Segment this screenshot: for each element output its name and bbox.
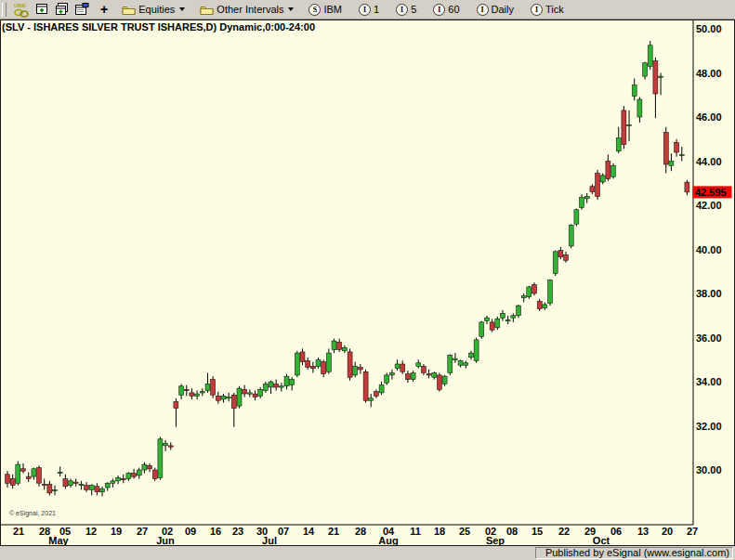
interval-tick-label: Tick (545, 4, 564, 15)
candle-body (427, 374, 431, 375)
new-chart-icon (35, 3, 49, 16)
date-tick-label: 14 (303, 526, 315, 537)
price-tick-label: 46.00 (696, 111, 722, 123)
equities-menu-button[interactable]: Equities (118, 1, 189, 19)
price-tick-label: 32.00 (696, 421, 722, 432)
candle-body (679, 154, 684, 155)
new-chart-button[interactable] (33, 1, 52, 19)
equities-menu-label: Equities (138, 4, 175, 15)
candle-body (442, 376, 447, 384)
price-tick-label: 36.00 (696, 332, 722, 344)
candle-body (152, 470, 157, 479)
candle-body (590, 187, 595, 192)
candle-body (190, 393, 194, 397)
candle-body (511, 316, 516, 318)
date-tick-label: 07 (278, 526, 289, 537)
candle-body (21, 469, 26, 471)
candle-body (37, 468, 42, 484)
price-tick-label: 50.00 (696, 23, 722, 34)
interval-daily-button[interactable]: I Daily (473, 1, 518, 19)
candle-body (448, 356, 453, 373)
candle-body (10, 479, 15, 486)
candle-body (505, 320, 510, 321)
date-tick-label: 20 (662, 526, 673, 537)
candle-body (316, 359, 321, 366)
chart-plot-area[interactable]: 50.0048.0046.0044.0042.0040.0038.0036.00… (0, 20, 735, 546)
circled-i-icon: I (359, 4, 371, 16)
date-tick-label: 12 (85, 526, 97, 537)
candle-body (184, 389, 189, 390)
candle-body (574, 210, 579, 224)
candle-body (374, 392, 378, 397)
month-tick-label: Jun (156, 535, 175, 546)
add-symbol-button[interactable]: + (98, 1, 111, 19)
date-tick-label: 18 (434, 526, 445, 537)
svg-text:UNK: UNK (14, 3, 27, 8)
candle-body (26, 476, 31, 478)
candle-body (543, 305, 547, 308)
chart-title: (SLV - ISHARES SILVER TRUST ISHARES,D) D… (2, 21, 315, 33)
candle-body (637, 99, 642, 117)
candle-body (421, 366, 426, 372)
month-tick-label: May (48, 535, 69, 546)
candle-body (569, 225, 573, 246)
candle-body (231, 395, 236, 408)
candle-body (358, 368, 362, 370)
chart-window: 50.0048.0046.0044.0042.0040.0038.0036.00… (0, 20, 735, 546)
candle-body (158, 439, 163, 478)
folder-icon (122, 4, 136, 15)
other-intervals-menu-label: Other Intervals (217, 4, 283, 15)
candle-body (537, 301, 542, 308)
unk-link-icon: UNK (13, 2, 30, 18)
candle-body (411, 373, 415, 380)
candle-body (121, 479, 125, 480)
duplicate-chart-icon (55, 3, 69, 16)
candle-body (622, 111, 626, 145)
unk-link-button[interactable]: UNK (10, 1, 33, 19)
candle-body (58, 472, 62, 473)
interval-5-button[interactable]: I 5 (392, 1, 420, 19)
candle-body (253, 394, 257, 397)
other-intervals-menu-button[interactable]: Other Intervals (196, 1, 297, 19)
candle-body (553, 252, 558, 274)
status-bar: Published by eSignal (www.esignal.com) (0, 546, 735, 560)
candle-body (600, 176, 605, 182)
candle-body (474, 340, 479, 361)
candle-body (269, 382, 273, 387)
price-tick-label: 38.00 (696, 288, 722, 299)
chart-background (0, 20, 735, 546)
candle-body (363, 371, 368, 400)
candle-body (353, 366, 358, 375)
toolbar: UNK (0, 0, 735, 20)
esignal-window: UNK (0, 0, 735, 560)
candle-body (221, 396, 226, 399)
candle-body (89, 486, 94, 490)
date-tick-label: 15 (532, 526, 543, 537)
candle-body (279, 386, 283, 387)
candle-body (663, 133, 668, 164)
interval-60-button[interactable]: I 60 (429, 1, 463, 19)
candle-body (216, 396, 220, 400)
candle-body (16, 464, 20, 483)
candle-body (584, 197, 589, 199)
candle-body (168, 446, 173, 447)
candle-body (653, 60, 658, 94)
symbol-ibm-button[interactable]: S IBM (305, 1, 346, 19)
candle-body (227, 397, 231, 398)
candle-body (105, 483, 110, 488)
candle-body (79, 484, 84, 485)
candle-body (648, 46, 652, 67)
price-tick-label: 42.00 (696, 200, 722, 211)
candle-body (243, 389, 247, 394)
toolbar-grabber[interactable] (2, 3, 7, 17)
candle-body (643, 63, 648, 76)
interval-tick-button[interactable]: I Tick (527, 1, 568, 19)
duplicate-chart-button[interactable] (52, 1, 72, 19)
interval-1-button[interactable]: I 1 (355, 1, 383, 19)
candle-body (564, 254, 569, 260)
candle-body (326, 353, 331, 371)
chart-properties-button[interactable] (72, 1, 92, 19)
price-tick-label: 40.00 (696, 244, 722, 255)
candle-body (558, 251, 563, 257)
candle-body (596, 174, 600, 197)
